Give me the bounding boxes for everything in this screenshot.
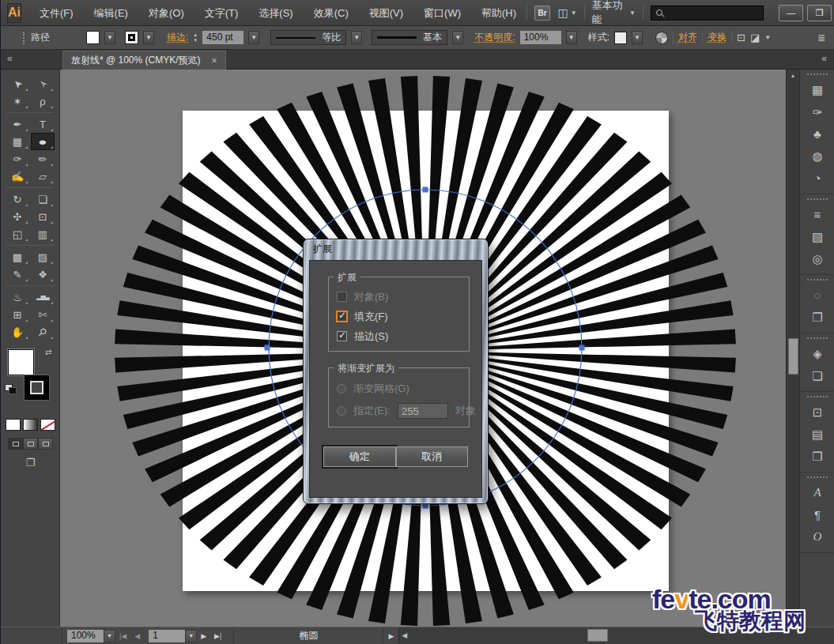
- horizontal-scroll-thumb[interactable]: [587, 629, 608, 642]
- vertical-scroll-thumb[interactable]: [788, 338, 798, 375]
- next-artboard-button[interactable]: ▶: [197, 632, 210, 640]
- screen-mode-button[interactable]: ❐: [1, 457, 60, 469]
- last-artboard-button[interactable]: ▶|: [210, 632, 225, 640]
- grip-handle[interactable]: [807, 476, 828, 479]
- direct-selection-tool[interactable]: ➢: [31, 75, 55, 92]
- stroke-weight-stepper[interactable]: ▲▼: [193, 33, 198, 43]
- anchor-point[interactable]: [423, 187, 428, 193]
- menu-item-3[interactable]: 文字(T): [194, 0, 249, 26]
- maximize-button[interactable]: ❐: [807, 5, 832, 21]
- appearance-panel-button[interactable]: ◌: [806, 284, 829, 306]
- column-graph-tool[interactable]: ▂▅▃: [31, 288, 55, 306]
- ellipse-tool[interactable]: ●: [31, 133, 55, 150]
- pen-tool[interactable]: ✒: [6, 115, 29, 133]
- checkbox-0[interactable]: [337, 292, 347, 302]
- artboard-number-field[interactable]: 1: [149, 630, 185, 642]
- eyedropper-tool[interactable]: ✎: [6, 266, 29, 283]
- minimize-button[interactable]: —: [779, 5, 803, 21]
- color-mode-button[interactable]: [6, 419, 21, 431]
- opacity-dropdown[interactable]: ▼: [566, 31, 577, 44]
- none-mode-button[interactable]: [40, 419, 55, 431]
- brush-definition[interactable]: 基本: [372, 30, 447, 45]
- fill-color-swatch[interactable]: [86, 31, 100, 44]
- lasso-tool[interactable]: ρ: [31, 92, 55, 110]
- workspace-switcher[interactable]: 基本功能 ▼: [591, 0, 635, 27]
- align-panel-button[interactable]: ▤: [806, 424, 829, 445]
- collapse-dock-icon[interactable]: «: [821, 53, 827, 64]
- search-box[interactable]: [651, 6, 764, 21]
- mesh-tool[interactable]: ▩: [6, 248, 29, 266]
- search-input[interactable]: [667, 6, 758, 19]
- zoom-level-field[interactable]: 100%: [67, 630, 104, 642]
- eraser-tool[interactable]: ▱: [31, 168, 55, 185]
- default-fill-stroke-icon[interactable]: [5, 384, 17, 394]
- grip-handle[interactable]: [807, 396, 828, 398]
- rectangular-grid-tool[interactable]: ▦: [6, 133, 29, 150]
- free-transform-tool[interactable]: ⊡: [31, 208, 55, 225]
- color-guide-panel-button[interactable]: ◔: [806, 168, 829, 189]
- document-tab[interactable]: 放射线* @ 100% (CMYK/预览) ×: [62, 51, 226, 70]
- symbols-panel-button[interactable]: ♣: [806, 123, 829, 145]
- fill-color-dropdown[interactable]: ▼: [104, 31, 115, 44]
- grip-handle[interactable]: [807, 73, 828, 76]
- graphic-styles-panel-button[interactable]: ❐: [806, 307, 829, 328]
- swap-fill-stroke-icon[interactable]: ⇄: [45, 348, 51, 356]
- menu-item-1[interactable]: 编辑(E): [84, 0, 138, 26]
- menu-item-2[interactable]: 对象(O): [138, 0, 194, 26]
- artboard-tool[interactable]: ⊞: [6, 306, 29, 323]
- draw-inside-button[interactable]: [38, 438, 53, 450]
- gradient-tool[interactable]: ▨: [31, 248, 55, 266]
- align-link[interactable]: 对齐: [678, 31, 697, 44]
- hand-tool[interactable]: ✋: [6, 323, 29, 341]
- draw-behind-button[interactable]: [23, 438, 38, 450]
- width-tool[interactable]: ✣: [6, 208, 29, 225]
- menu-item-4[interactable]: 选择(S): [248, 0, 303, 26]
- opentype-panel-button[interactable]: O: [806, 526, 829, 548]
- specify-objects-input[interactable]: [398, 403, 448, 419]
- grip-handle[interactable]: [807, 198, 828, 201]
- radio-0[interactable]: [337, 384, 346, 394]
- ok-button[interactable]: 确定: [323, 446, 396, 467]
- brush-dropdown[interactable]: ▼: [452, 31, 463, 44]
- anchor-point[interactable]: [579, 345, 585, 351]
- vertical-scrollbar[interactable]: ▲ ▼: [786, 70, 799, 627]
- style-dropdown[interactable]: ▼: [632, 31, 643, 44]
- pathfinder-panel-button[interactable]: ❒: [806, 446, 829, 467]
- isolate-selected-icon[interactable]: ◪: [750, 32, 760, 43]
- scale-tool[interactable]: ❏: [31, 190, 55, 208]
- menu-item-6[interactable]: 视图(V): [359, 0, 413, 26]
- opacity-value[interactable]: 100%: [520, 31, 561, 44]
- stroke-color-swatch[interactable]: [125, 31, 138, 44]
- anchor-point[interactable]: [265, 345, 270, 351]
- gradient-mode-button[interactable]: [23, 419, 38, 431]
- stroke-panel-link[interactable]: 描边:: [167, 31, 188, 44]
- magic-wand-tool[interactable]: ✶: [6, 92, 29, 110]
- opacity-link[interactable]: 不透明度:: [474, 31, 515, 44]
- shape-builder-tool[interactable]: ◱: [6, 225, 29, 243]
- scroll-up-icon[interactable]: ▲: [787, 70, 799, 81]
- paragraph-panel-button[interactable]: ¶: [806, 504, 829, 525]
- selection-tool[interactable]: ➤: [6, 75, 29, 92]
- transform-panel-button[interactable]: ⊡: [806, 401, 829, 423]
- slice-tool[interactable]: ✄: [31, 306, 55, 323]
- checkbox-2[interactable]: [337, 331, 347, 341]
- radio-1[interactable]: [337, 406, 346, 416]
- pencil-tool[interactable]: ✏: [31, 150, 55, 168]
- stroke-color-dropdown[interactable]: ▼: [143, 31, 154, 44]
- fill-color-indicator[interactable]: [8, 349, 34, 375]
- blob-brush-tool[interactable]: ✍: [6, 168, 29, 185]
- menu-item-5[interactable]: 效果(C): [304, 0, 359, 26]
- bounding-box-icon[interactable]: ⊡: [737, 32, 745, 43]
- bridge-button[interactable]: Br: [534, 6, 551, 21]
- cancel-button[interactable]: 取消: [396, 446, 469, 467]
- layers-panel-button[interactable]: ◈: [806, 343, 829, 364]
- stroke-color-indicator[interactable]: [24, 375, 50, 401]
- stroke-weight-value[interactable]: 450 pt: [202, 31, 243, 44]
- status-menu-icon[interactable]: ▶: [383, 632, 398, 640]
- artboards-panel-button[interactable]: ❏: [806, 365, 829, 386]
- symbol-sprayer-tool[interactable]: ♨: [6, 288, 29, 306]
- menu-item-8[interactable]: 帮助(H): [471, 0, 526, 26]
- stroke-panel-button[interactable]: ≡: [806, 204, 829, 225]
- stroke-weight-dropdown[interactable]: ▼: [248, 31, 259, 44]
- first-artboard-button[interactable]: |◀: [115, 632, 130, 640]
